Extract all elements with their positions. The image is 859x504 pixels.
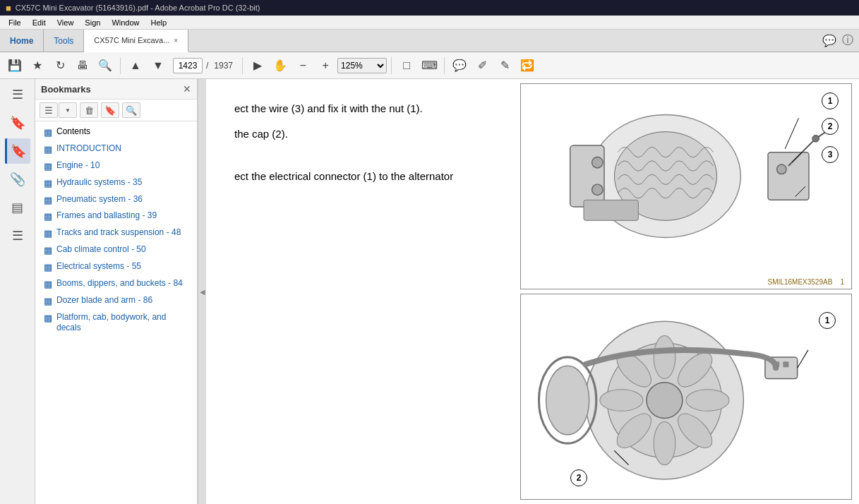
bookmark-label-3: Hydraulic systems - 35: [56, 177, 191, 188]
fit-page-button[interactable]: □: [396, 55, 417, 76]
bookmark-item-frames[interactable]: ▩ Frames and ballasting - 39: [35, 208, 197, 225]
tab-home[interactable]: Home: [0, 30, 44, 52]
draw-button[interactable]: ✎: [494, 55, 515, 76]
hand-tool-button[interactable]: ✋: [270, 55, 291, 76]
bookmark-label-1: INTRODUCTION: [56, 143, 191, 155]
print-button[interactable]: 🖶: [72, 55, 93, 76]
diagram-1-svg: [521, 84, 851, 268]
page-input[interactable]: 1423: [173, 58, 203, 73]
tab-tools[interactable]: Tools: [44, 30, 84, 52]
bm-add-dropdown: ☰ ▼: [40, 102, 77, 118]
bookmarks-toolbar: ☰ ▼ 🗑 🔖 🔍: [35, 100, 197, 121]
menu-sign[interactable]: Sign: [79, 18, 106, 28]
callout-2-diagram2: 2: [570, 469, 587, 486]
comment-button[interactable]: 💬: [449, 55, 470, 76]
bookmark-label-11: Platform, cab, bodywork, and decals: [56, 312, 191, 334]
tab-home-label: Home: [10, 36, 33, 46]
bookmark-item-tracks[interactable]: ▩ Tracks and track suspension - 48: [35, 225, 197, 242]
bookmark-label-9: Booms, dippers, and buckets - 84: [56, 278, 191, 289]
bookmark-item-electrical[interactable]: ▩ Electrical systems - 55: [35, 259, 197, 276]
bookmarks-title: Bookmarks: [41, 84, 91, 95]
panel-btn-pages[interactable]: ▤: [5, 195, 30, 220]
bookmark-icon-2: ▩: [44, 161, 52, 173]
highlight-button[interactable]: ✐: [471, 55, 493, 76]
svg-point-6: [812, 136, 819, 143]
bookmark-item-contents[interactable]: ▩ Contents: [35, 124, 197, 141]
bm-new-button[interactable]: 🔖: [101, 102, 119, 118]
svg-line-10: [785, 118, 798, 149]
bookmark-label-2: Engine - 10: [56, 160, 191, 172]
share2-button[interactable]: 🔁: [517, 55, 538, 76]
toolbar-separator-1: [120, 57, 121, 74]
bookmark-icon-9: ▩: [44, 279, 52, 291]
svg-line-29: [798, 350, 808, 368]
zoom-select[interactable]: 125% 100% 75% 150%: [337, 58, 387, 73]
bm-delete-button[interactable]: 🗑: [80, 102, 98, 118]
svg-rect-26: [783, 361, 788, 367]
left-panel: ☰ 🔖 🔖 📎 ▤ ☰: [0, 79, 35, 504]
tab-document[interactable]: CX57C Mini Excava... ×: [84, 30, 188, 52]
find-button[interactable]: 🔍: [95, 55, 116, 76]
page-total: 1937: [212, 61, 235, 71]
diagrams-container: 1 2 3 SMIL16MEX3529AB 1: [520, 79, 852, 504]
panel-btn-content[interactable]: ☰: [5, 223, 30, 248]
panel-btn-bookmarks[interactable]: 🔖: [5, 110, 30, 136]
panel-btn-attachments[interactable]: 📎: [5, 167, 30, 192]
bookmark-item-platform[interactable]: ▩ Platform, cab, bodywork, and decals: [35, 310, 197, 336]
zoom-in-button[interactable]: +: [315, 55, 336, 76]
document-area: ect the wire (3) and fix it with the nut…: [206, 79, 859, 504]
bookmark-item-dozer[interactable]: ▩ Dozer blade and arm - 86: [35, 293, 197, 310]
bm-menu-arrow[interactable]: ▼: [59, 102, 77, 118]
bm-menu-button[interactable]: ☰: [40, 102, 58, 118]
chat-icon[interactable]: 💬: [822, 34, 836, 47]
bookmark-icon-3: ▩: [44, 178, 52, 190]
menu-file[interactable]: File: [3, 18, 27, 28]
bookmarks-panel: Bookmarks ✕ ☰ ▼ 🗑 🔖 🔍 ▩ Contents ▩ INTRO…: [35, 79, 198, 504]
bm-goto-button[interactable]: 🔍: [122, 102, 140, 118]
toolbar-separator-2: [242, 57, 243, 74]
bookmark-button[interactable]: ★: [27, 55, 48, 76]
bookmark-item-hydraulic[interactable]: ▩ Hydraulic systems - 35: [35, 175, 197, 192]
cursor-tool-button[interactable]: ▶: [247, 55, 268, 76]
panel-btn-bookmark-active[interactable]: 🔖: [5, 138, 30, 164]
next-page-button[interactable]: ▼: [148, 55, 169, 76]
menu-window[interactable]: Window: [106, 18, 145, 28]
page-navigation: 1423 / 1937: [173, 58, 235, 73]
bookmark-item-pneumatic[interactable]: ▩ Pneumatic system - 36: [35, 192, 197, 209]
svg-point-15: [654, 336, 675, 379]
form-button[interactable]: ⌨: [419, 55, 440, 76]
prev-page-button[interactable]: ▲: [125, 55, 146, 76]
app-icon: ■: [6, 3, 11, 13]
bookmark-icon-11: ▩: [44, 313, 52, 325]
bookmark-item-engine[interactable]: ▩ Engine - 10: [35, 158, 197, 175]
bookmark-label-6: Tracks and track suspension - 48: [56, 227, 191, 239]
tab-tools-label: Tools: [54, 36, 73, 46]
callout-2-diagram1: 2: [822, 118, 839, 135]
panel-collapse-handle[interactable]: ◀: [198, 79, 206, 504]
tab-close-button[interactable]: ×: [174, 37, 178, 44]
bookmark-icon-0: ▩: [44, 127, 52, 139]
svg-point-8: [592, 184, 603, 195]
menu-help[interactable]: Help: [145, 18, 173, 28]
tab-bar: Home Tools CX57C Mini Excava... × 💬 ⓘ: [0, 30, 859, 52]
menu-edit[interactable]: Edit: [27, 18, 52, 28]
save-button[interactable]: 💾: [4, 55, 25, 76]
svg-point-28: [546, 366, 589, 435]
bookmark-item-booms[interactable]: ▩ Booms, dippers, and buckets - 84: [35, 276, 197, 293]
help-icon[interactable]: ⓘ: [842, 33, 853, 48]
bookmark-icon-1: ▩: [44, 144, 52, 156]
svg-point-21: [600, 390, 643, 412]
bookmark-item-cab[interactable]: ▩ Cab climate control - 50: [35, 242, 197, 259]
zoom-out-button[interactable]: −: [292, 55, 313, 76]
share-button[interactable]: ↻: [49, 55, 71, 76]
svg-point-23: [647, 383, 683, 419]
panel-btn-layers[interactable]: ☰: [5, 82, 30, 107]
bookmark-icon-10: ▩: [44, 296, 52, 308]
menu-view[interactable]: View: [52, 18, 80, 28]
bookmark-label-8: Electrical systems - 55: [56, 261, 191, 272]
svg-point-19: [654, 422, 675, 465]
bookmarks-header: Bookmarks ✕: [35, 79, 197, 100]
bookmarks-close-button[interactable]: ✕: [183, 83, 191, 95]
bookmark-label-10: Dozer blade and arm - 86: [56, 295, 191, 306]
bookmark-item-intro[interactable]: ▩ INTRODUCTION: [35, 141, 197, 158]
